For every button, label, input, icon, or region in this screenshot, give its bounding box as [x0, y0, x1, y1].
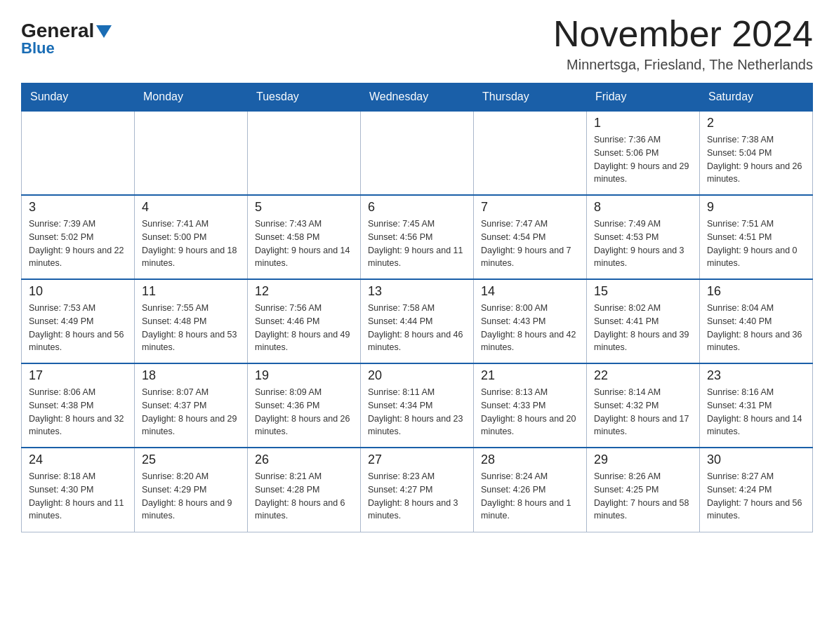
calendar-cell: 25Sunrise: 8:20 AMSunset: 4:29 PMDayligh…	[135, 448, 248, 532]
day-number: 6	[368, 200, 466, 215]
calendar-cell: 20Sunrise: 8:11 AMSunset: 4:34 PMDayligh…	[361, 363, 474, 448]
calendar-cell: 24Sunrise: 8:18 AMSunset: 4:30 PMDayligh…	[22, 448, 135, 532]
day-number: 2	[707, 116, 805, 130]
day-number: 1	[594, 116, 692, 130]
logo-brand: General	[21, 21, 94, 41]
day-number: 29	[594, 452, 692, 467]
col-header-sunday: Sunday	[22, 83, 135, 112]
calendar-cell: 13Sunrise: 7:58 AMSunset: 4:44 PMDayligh…	[361, 279, 474, 363]
calendar-cell: 29Sunrise: 8:26 AMSunset: 4:25 PMDayligh…	[587, 448, 700, 532]
calendar-cell: 6Sunrise: 7:45 AMSunset: 4:56 PMDaylight…	[361, 195, 474, 279]
calendar-header-row: SundayMondayTuesdayWednesdayThursdayFrid…	[22, 83, 813, 112]
day-info: Sunrise: 7:45 AMSunset: 4:56 PMDaylight:…	[368, 217, 466, 270]
day-number: 7	[481, 200, 579, 215]
day-info: Sunrise: 8:06 AMSunset: 4:38 PMDaylight:…	[29, 386, 127, 438]
calendar-cell: 16Sunrise: 8:04 AMSunset: 4:40 PMDayligh…	[700, 279, 813, 363]
day-number: 30	[707, 452, 805, 467]
calendar-week-5: 24Sunrise: 8:18 AMSunset: 4:30 PMDayligh…	[22, 448, 813, 532]
day-info: Sunrise: 7:39 AMSunset: 5:02 PMDaylight:…	[29, 217, 127, 270]
calendar-cell: 21Sunrise: 8:13 AMSunset: 4:33 PMDayligh…	[474, 363, 587, 448]
day-info: Sunrise: 8:26 AMSunset: 4:25 PMDaylight:…	[594, 470, 692, 523]
day-number: 19	[255, 368, 353, 383]
day-info: Sunrise: 8:27 AMSunset: 4:24 PMDaylight:…	[707, 470, 805, 523]
title-area: November 2024 Minnertsga, Friesland, The…	[553, 14, 813, 73]
col-header-friday: Friday	[587, 83, 700, 112]
day-number: 16	[707, 284, 805, 299]
col-header-thursday: Thursday	[474, 83, 587, 112]
col-header-wednesday: Wednesday	[361, 83, 474, 112]
calendar-table: SundayMondayTuesdayWednesdayThursdayFrid…	[21, 83, 813, 532]
day-info: Sunrise: 7:56 AMSunset: 4:46 PMDaylight:…	[255, 302, 353, 354]
month-title: November 2024	[553, 14, 813, 54]
calendar-cell: 10Sunrise: 7:53 AMSunset: 4:49 PMDayligh…	[22, 279, 135, 363]
calendar-week-3: 10Sunrise: 7:53 AMSunset: 4:49 PMDayligh…	[22, 279, 813, 363]
day-number: 26	[255, 452, 353, 467]
logo-triangle-icon	[96, 25, 112, 38]
calendar-cell: 30Sunrise: 8:27 AMSunset: 4:24 PMDayligh…	[700, 448, 813, 532]
day-number: 5	[255, 200, 353, 215]
calendar-cell: 27Sunrise: 8:23 AMSunset: 4:27 PMDayligh…	[361, 448, 474, 532]
calendar-cell: 12Sunrise: 7:56 AMSunset: 4:46 PMDayligh…	[248, 279, 361, 363]
day-number: 28	[481, 452, 579, 467]
day-number: 24	[29, 452, 127, 467]
day-number: 3	[29, 200, 127, 215]
calendar-cell	[474, 111, 587, 195]
calendar-cell: 28Sunrise: 8:24 AMSunset: 4:26 PMDayligh…	[474, 448, 587, 532]
day-info: Sunrise: 7:36 AMSunset: 5:06 PMDaylight:…	[594, 133, 692, 186]
day-number: 4	[142, 200, 240, 215]
day-number: 17	[29, 368, 127, 383]
calendar-week-2: 3Sunrise: 7:39 AMSunset: 5:02 PMDaylight…	[22, 195, 813, 279]
calendar-cell: 14Sunrise: 8:00 AMSunset: 4:43 PMDayligh…	[474, 279, 587, 363]
day-info: Sunrise: 7:38 AMSunset: 5:04 PMDaylight:…	[707, 133, 805, 186]
calendar-cell: 15Sunrise: 8:02 AMSunset: 4:41 PMDayligh…	[587, 279, 700, 363]
day-number: 21	[481, 368, 579, 383]
day-info: Sunrise: 7:51 AMSunset: 4:51 PMDaylight:…	[707, 217, 805, 270]
day-info: Sunrise: 7:55 AMSunset: 4:48 PMDaylight:…	[142, 302, 240, 354]
calendar-cell: 18Sunrise: 8:07 AMSunset: 4:37 PMDayligh…	[135, 363, 248, 448]
day-info: Sunrise: 8:00 AMSunset: 4:43 PMDaylight:…	[481, 302, 579, 354]
day-info: Sunrise: 8:04 AMSunset: 4:40 PMDaylight:…	[707, 302, 805, 354]
calendar-cell: 1Sunrise: 7:36 AMSunset: 5:06 PMDaylight…	[587, 111, 700, 195]
day-info: Sunrise: 7:58 AMSunset: 4:44 PMDaylight:…	[368, 302, 466, 354]
calendar-cell: 26Sunrise: 8:21 AMSunset: 4:28 PMDayligh…	[248, 448, 361, 532]
calendar-cell: 5Sunrise: 7:43 AMSunset: 4:58 PMDaylight…	[248, 195, 361, 279]
calendar-cell: 23Sunrise: 8:16 AMSunset: 4:31 PMDayligh…	[700, 363, 813, 448]
day-number: 10	[29, 284, 127, 299]
day-info: Sunrise: 7:41 AMSunset: 5:00 PMDaylight:…	[142, 217, 240, 270]
day-info: Sunrise: 7:47 AMSunset: 4:54 PMDaylight:…	[481, 217, 579, 270]
day-info: Sunrise: 8:13 AMSunset: 4:33 PMDaylight:…	[481, 386, 579, 438]
calendar-cell: 11Sunrise: 7:55 AMSunset: 4:48 PMDayligh…	[135, 279, 248, 363]
calendar-cell: 3Sunrise: 7:39 AMSunset: 5:02 PMDaylight…	[22, 195, 135, 279]
day-number: 20	[368, 368, 466, 383]
calendar-week-4: 17Sunrise: 8:06 AMSunset: 4:38 PMDayligh…	[22, 363, 813, 448]
calendar-cell: 17Sunrise: 8:06 AMSunset: 4:38 PMDayligh…	[22, 363, 135, 448]
calendar-cell: 9Sunrise: 7:51 AMSunset: 4:51 PMDaylight…	[700, 195, 813, 279]
calendar-cell: 7Sunrise: 7:47 AMSunset: 4:54 PMDaylight…	[474, 195, 587, 279]
calendar-cell	[135, 111, 248, 195]
day-number: 15	[594, 284, 692, 299]
day-number: 14	[481, 284, 579, 299]
day-info: Sunrise: 8:24 AMSunset: 4:26 PMDaylight:…	[481, 470, 579, 523]
day-info: Sunrise: 7:49 AMSunset: 4:53 PMDaylight:…	[594, 217, 692, 270]
day-info: Sunrise: 8:02 AMSunset: 4:41 PMDaylight:…	[594, 302, 692, 354]
day-info: Sunrise: 8:07 AMSunset: 4:37 PMDaylight:…	[142, 386, 240, 438]
day-number: 25	[142, 452, 240, 467]
page-header: General Blue November 2024 Minnertsga, F…	[21, 14, 813, 73]
day-number: 13	[368, 284, 466, 299]
day-number: 12	[255, 284, 353, 299]
day-info: Sunrise: 8:21 AMSunset: 4:28 PMDaylight:…	[255, 470, 353, 523]
logo-accent: Blue	[21, 39, 55, 58]
day-number: 22	[594, 368, 692, 383]
calendar-cell: 2Sunrise: 7:38 AMSunset: 5:04 PMDaylight…	[700, 111, 813, 195]
calendar-cell: 8Sunrise: 7:49 AMSunset: 4:53 PMDaylight…	[587, 195, 700, 279]
day-info: Sunrise: 8:11 AMSunset: 4:34 PMDaylight:…	[368, 386, 466, 438]
col-header-tuesday: Tuesday	[248, 83, 361, 112]
day-number: 11	[142, 284, 240, 299]
calendar-cell: 22Sunrise: 8:14 AMSunset: 4:32 PMDayligh…	[587, 363, 700, 448]
day-info: Sunrise: 8:18 AMSunset: 4:30 PMDaylight:…	[29, 470, 127, 523]
location-subtitle: Minnertsga, Friesland, The Netherlands	[553, 57, 813, 73]
day-info: Sunrise: 7:43 AMSunset: 4:58 PMDaylight:…	[255, 217, 353, 270]
day-info: Sunrise: 8:14 AMSunset: 4:32 PMDaylight:…	[594, 386, 692, 438]
day-number: 23	[707, 368, 805, 383]
day-number: 8	[594, 200, 692, 215]
